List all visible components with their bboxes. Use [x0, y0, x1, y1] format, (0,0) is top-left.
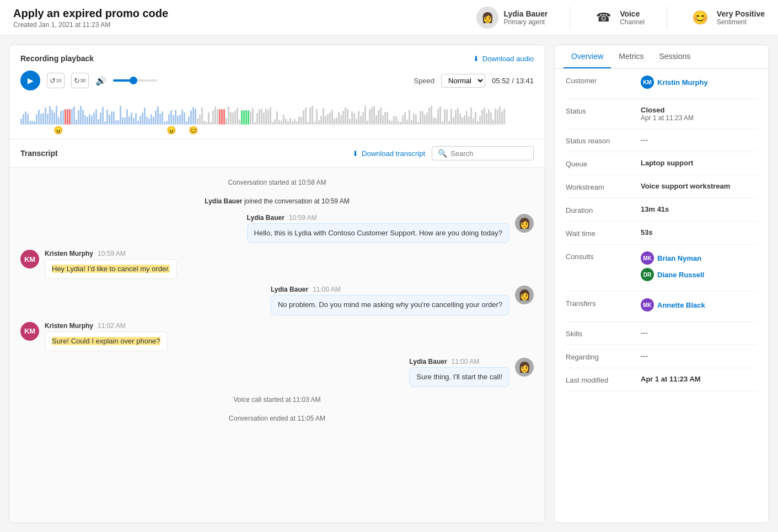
transfer-1-avatar: MK	[641, 298, 654, 311]
status-text: Closed	[641, 106, 758, 114]
time-total: 13:41	[516, 77, 534, 85]
regarding-label: Regarding	[566, 352, 632, 361]
agent-avatar-1: 👩	[515, 214, 534, 233]
messages-container: Conversation started at 10:58 AM Lydia B…	[9, 168, 545, 523]
customer-1-name: Kristen Murphy	[45, 250, 93, 257]
main-content: Recording playback ⬇ Download audio ▶ ↺1…	[0, 36, 778, 532]
agent-bubble-2: No problem. Do you mind me asking why yo…	[271, 295, 509, 315]
agent-1-name: Lydia Bauer	[247, 214, 285, 222]
channel-meta: ☎ Voice Channel	[592, 7, 645, 29]
customer-label: Customer	[566, 76, 632, 85]
status-label: Status	[566, 106, 632, 115]
channel-sub: Channel	[620, 18, 645, 26]
wait-time-label: Wait time	[566, 228, 632, 238]
message-content-agent-1: Lydia Bauer 10:59 AM Hello, this is Lydi…	[247, 214, 509, 243]
playback-slider[interactable]	[113, 79, 157, 82]
last-modified-label: Last modified	[566, 375, 632, 384]
highlighted-text-1: Hey Lydia! I'd like to cancel my order.	[52, 265, 170, 273]
transcript-controls: ⬇ Download transcript 🔍	[352, 146, 534, 160]
wait-time-value: 53s	[641, 228, 758, 237]
waveform-container[interactable]: 😠 😠 😊	[20, 97, 534, 130]
consults-label: Consults	[566, 251, 632, 261]
agent-info: Lydia Bauer Primary agent	[504, 9, 548, 26]
agent-meta: 👩 Lydia Bauer Primary agent	[476, 7, 548, 29]
customer-person-row: KM Kristin Murphy	[641, 76, 758, 89]
consult-2-link[interactable]: Diane Russell	[657, 271, 704, 279]
transfer-1-link[interactable]: Annette Black	[657, 301, 705, 309]
tab-metrics[interactable]: Metrics	[611, 45, 651, 68]
info-row-last-modified: Last modified Apr 1 at 11:23 AM	[566, 368, 758, 391]
system-voice-call: Voice call started at 11:03 AM	[20, 394, 534, 406]
agent-3-name: Lydia Bauer	[409, 358, 447, 366]
message-meta-agent-3: Lydia Bauer 11:00 AM	[409, 358, 509, 366]
workstream-label: Workstream	[566, 182, 632, 191]
agent-3-time: 11:00 AM	[452, 358, 480, 366]
tab-overview[interactable]: Overview	[564, 45, 611, 68]
customer-2-name: Kristen Murphy	[45, 322, 93, 330]
consult-1-avatar: MK	[641, 251, 654, 265]
agent-avatar: 👩	[476, 7, 498, 29]
duration-label: Duration	[566, 205, 632, 214]
transfers-value: MK Annette Black	[641, 298, 758, 315]
status-date: Apr 1 at 11:23 AM	[641, 114, 758, 122]
agent-name: Lydia Bauer	[504, 9, 548, 18]
customer-bubble-1: Hey Lydia! I'd like to cancel my order.	[45, 259, 177, 279]
download-transcript-label: Download transcript	[362, 149, 425, 158]
search-box[interactable]: 🔍	[432, 146, 534, 160]
agent-bubble-1: Hello, this is Lydia with Contoso Custom…	[247, 223, 509, 243]
message-row-agent-3: 👩 Lydia Bauer 11:00 AM Sure thing. I'll …	[20, 358, 534, 387]
customer-name-link[interactable]: Kristin Murphy	[657, 78, 708, 87]
customer-2-time: 11:02 AM	[98, 322, 126, 330]
customer-avatar-2: KM	[20, 322, 39, 341]
header-title-section: Apply an expired promo code Created Jan …	[13, 7, 168, 29]
right-panel: Overview Metrics Sessions Customer KM Kr…	[554, 45, 769, 523]
info-row-status: Status Closed Apr 1 at 11:23 AM	[566, 99, 758, 129]
consults-value: MK Brian Nyman DR Diane Russell	[641, 251, 758, 284]
customer-bubble-2: Sure! Could I explain over phone?	[45, 331, 168, 351]
message-row-customer-1: KM Kristen Murphy 10:59 AM Hey Lydia! I'…	[20, 250, 534, 279]
page-subtitle: Created Jan 1, 2021 at 11:23 AM	[13, 21, 168, 29]
speed-select[interactable]: Normal 0.5x 0.75x 1.25x 1.5x 2x	[441, 74, 485, 88]
download-audio-icon: ⬇	[473, 55, 479, 63]
header-divider-2	[667, 7, 667, 29]
status-reason-label: Status reason	[566, 136, 632, 145]
track-thumb	[130, 77, 137, 84]
message-row-agent-1: 👩 Lydia Bauer 10:59 AM Hello, this is Ly…	[20, 214, 534, 243]
agent-bubble-3: Sure thing. I'll start the call!	[409, 367, 509, 387]
status-value: Closed Apr 1 at 11:23 AM	[641, 106, 758, 122]
system-conv-ended: Conversation ended at 11:05 AM	[20, 412, 534, 424]
transcript-header: Transcript ⬇ Download transcript 🔍	[9, 139, 545, 168]
info-row-customer: Customer KM Kristin Murphy	[566, 69, 758, 99]
customer-avatar-1: KM	[20, 250, 39, 268]
channel-label: Voice	[620, 9, 645, 18]
rewind-10-button[interactable]: ↺10	[47, 73, 65, 88]
speed-label: Speed	[414, 77, 434, 85]
header-divider-1	[570, 7, 570, 29]
system-message-1: Conversation started at 10:58 AM	[20, 176, 534, 189]
message-meta-agent-2: Lydia Bauer 11:00 AM	[271, 286, 509, 293]
recording-header: Recording playback ⬇ Download audio	[20, 54, 534, 63]
tab-sessions[interactable]: Sessions	[651, 45, 698, 68]
track	[113, 79, 157, 82]
info-panel: Customer KM Kristin Murphy Status Closed…	[555, 69, 769, 523]
info-row-consults: Consults MK Brian Nyman DR Diane Russell	[566, 245, 758, 292]
download-transcript-icon: ⬇	[352, 149, 358, 158]
consult-1-link[interactable]: Brian Nyman	[657, 254, 701, 262]
system-joined-name: Lydia Bauer	[205, 197, 242, 205]
recording-section: Recording playback ⬇ Download audio ▶ ↺1…	[9, 45, 545, 139]
download-audio-label: Download audio	[482, 55, 534, 63]
transcript-title: Transcript	[20, 149, 58, 158]
message-row-customer-2: KM Kristen Murphy 11:02 AM Sure! Could I…	[20, 322, 534, 351]
recording-title: Recording playback	[20, 54, 94, 63]
download-transcript-button[interactable]: ⬇ Download transcript	[352, 149, 425, 158]
info-row-wait-time: Wait time 53s	[566, 222, 758, 245]
download-audio-button[interactable]: ⬇ Download audio	[473, 55, 534, 63]
search-input[interactable]	[450, 149, 528, 158]
forward-30-button[interactable]: ↻30	[71, 73, 89, 88]
header-meta-section: 👩 Lydia Bauer Primary agent ☎ Voice Chan…	[476, 7, 765, 29]
sentiment-meta: 😊 Very Positive Sentiment	[689, 7, 765, 29]
queue-label: Queue	[566, 159, 632, 168]
queue-value: Laptop support	[641, 159, 758, 167]
duration-value: 13m 41s	[641, 205, 758, 213]
play-button[interactable]: ▶	[20, 71, 40, 90]
